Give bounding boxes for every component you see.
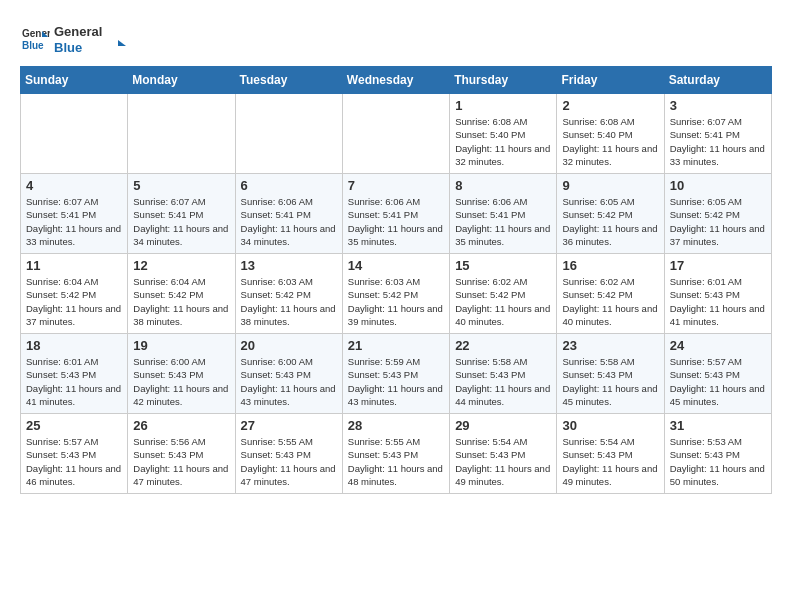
day-number: 8 bbox=[455, 178, 551, 193]
day-header-saturday: Saturday bbox=[664, 67, 771, 94]
calendar-cell: 15Sunrise: 6:02 AM Sunset: 5:42 PM Dayli… bbox=[450, 254, 557, 334]
day-info: Sunrise: 6:07 AM Sunset: 5:41 PM Dayligh… bbox=[670, 115, 766, 168]
day-info: Sunrise: 6:01 AM Sunset: 5:43 PM Dayligh… bbox=[26, 355, 122, 408]
day-info: Sunrise: 6:05 AM Sunset: 5:42 PM Dayligh… bbox=[670, 195, 766, 248]
day-info: Sunrise: 6:06 AM Sunset: 5:41 PM Dayligh… bbox=[455, 195, 551, 248]
calendar-cell: 10Sunrise: 6:05 AM Sunset: 5:42 PM Dayli… bbox=[664, 174, 771, 254]
calendar-cell: 1Sunrise: 6:08 AM Sunset: 5:40 PM Daylig… bbox=[450, 94, 557, 174]
calendar-cell: 7Sunrise: 6:06 AM Sunset: 5:41 PM Daylig… bbox=[342, 174, 449, 254]
day-info: Sunrise: 6:03 AM Sunset: 5:42 PM Dayligh… bbox=[348, 275, 444, 328]
day-info: Sunrise: 5:57 AM Sunset: 5:43 PM Dayligh… bbox=[670, 355, 766, 408]
calendar-cell: 2Sunrise: 6:08 AM Sunset: 5:40 PM Daylig… bbox=[557, 94, 664, 174]
calendar-cell: 25Sunrise: 5:57 AM Sunset: 5:43 PM Dayli… bbox=[21, 414, 128, 494]
calendar-cell bbox=[235, 94, 342, 174]
day-header-thursday: Thursday bbox=[450, 67, 557, 94]
day-number: 19 bbox=[133, 338, 229, 353]
day-number: 13 bbox=[241, 258, 337, 273]
calendar-cell bbox=[128, 94, 235, 174]
calendar-cell: 13Sunrise: 6:03 AM Sunset: 5:42 PM Dayli… bbox=[235, 254, 342, 334]
calendar-week-row: 11Sunrise: 6:04 AM Sunset: 5:42 PM Dayli… bbox=[21, 254, 772, 334]
calendar-cell: 20Sunrise: 6:00 AM Sunset: 5:43 PM Dayli… bbox=[235, 334, 342, 414]
day-info: Sunrise: 6:06 AM Sunset: 5:41 PM Dayligh… bbox=[348, 195, 444, 248]
calendar-cell: 23Sunrise: 5:58 AM Sunset: 5:43 PM Dayli… bbox=[557, 334, 664, 414]
day-info: Sunrise: 6:00 AM Sunset: 5:43 PM Dayligh… bbox=[133, 355, 229, 408]
day-info: Sunrise: 5:59 AM Sunset: 5:43 PM Dayligh… bbox=[348, 355, 444, 408]
day-info: Sunrise: 6:08 AM Sunset: 5:40 PM Dayligh… bbox=[455, 115, 551, 168]
svg-text:General: General bbox=[54, 24, 102, 39]
day-number: 18 bbox=[26, 338, 122, 353]
day-number: 25 bbox=[26, 418, 122, 433]
logo-icon: General Blue bbox=[20, 23, 50, 53]
svg-text:Blue: Blue bbox=[22, 40, 44, 51]
day-info: Sunrise: 5:58 AM Sunset: 5:43 PM Dayligh… bbox=[562, 355, 658, 408]
calendar-cell: 9Sunrise: 6:05 AM Sunset: 5:42 PM Daylig… bbox=[557, 174, 664, 254]
day-number: 4 bbox=[26, 178, 122, 193]
day-number: 5 bbox=[133, 178, 229, 193]
day-info: Sunrise: 6:03 AM Sunset: 5:42 PM Dayligh… bbox=[241, 275, 337, 328]
calendar-cell: 26Sunrise: 5:56 AM Sunset: 5:43 PM Dayli… bbox=[128, 414, 235, 494]
day-number: 2 bbox=[562, 98, 658, 113]
day-number: 7 bbox=[348, 178, 444, 193]
day-info: Sunrise: 5:53 AM Sunset: 5:43 PM Dayligh… bbox=[670, 435, 766, 488]
calendar-cell: 29Sunrise: 5:54 AM Sunset: 5:43 PM Dayli… bbox=[450, 414, 557, 494]
calendar-cell: 12Sunrise: 6:04 AM Sunset: 5:42 PM Dayli… bbox=[128, 254, 235, 334]
calendar-cell: 31Sunrise: 5:53 AM Sunset: 5:43 PM Dayli… bbox=[664, 414, 771, 494]
calendar-cell: 30Sunrise: 5:54 AM Sunset: 5:43 PM Dayli… bbox=[557, 414, 664, 494]
svg-text:Blue: Blue bbox=[54, 40, 82, 55]
day-number: 14 bbox=[348, 258, 444, 273]
day-info: Sunrise: 6:02 AM Sunset: 5:42 PM Dayligh… bbox=[455, 275, 551, 328]
calendar-cell: 16Sunrise: 6:02 AM Sunset: 5:42 PM Dayli… bbox=[557, 254, 664, 334]
day-info: Sunrise: 6:00 AM Sunset: 5:43 PM Dayligh… bbox=[241, 355, 337, 408]
day-number: 15 bbox=[455, 258, 551, 273]
day-number: 24 bbox=[670, 338, 766, 353]
calendar-table: SundayMondayTuesdayWednesdayThursdayFrid… bbox=[20, 66, 772, 494]
calendar-header-row: SundayMondayTuesdayWednesdayThursdayFrid… bbox=[21, 67, 772, 94]
calendar-cell: 21Sunrise: 5:59 AM Sunset: 5:43 PM Dayli… bbox=[342, 334, 449, 414]
day-info: Sunrise: 5:54 AM Sunset: 5:43 PM Dayligh… bbox=[455, 435, 551, 488]
day-number: 1 bbox=[455, 98, 551, 113]
calendar-cell: 27Sunrise: 5:55 AM Sunset: 5:43 PM Dayli… bbox=[235, 414, 342, 494]
day-info: Sunrise: 6:05 AM Sunset: 5:42 PM Dayligh… bbox=[562, 195, 658, 248]
day-number: 12 bbox=[133, 258, 229, 273]
day-number: 27 bbox=[241, 418, 337, 433]
day-number: 11 bbox=[26, 258, 122, 273]
day-info: Sunrise: 6:07 AM Sunset: 5:41 PM Dayligh… bbox=[26, 195, 122, 248]
day-info: Sunrise: 6:07 AM Sunset: 5:41 PM Dayligh… bbox=[133, 195, 229, 248]
calendar-cell: 19Sunrise: 6:00 AM Sunset: 5:43 PM Dayli… bbox=[128, 334, 235, 414]
page-header: General Blue General Blue bbox=[20, 20, 772, 56]
day-number: 22 bbox=[455, 338, 551, 353]
logo-text: General Blue bbox=[54, 20, 134, 56]
calendar-week-row: 18Sunrise: 6:01 AM Sunset: 5:43 PM Dayli… bbox=[21, 334, 772, 414]
calendar-cell: 5Sunrise: 6:07 AM Sunset: 5:41 PM Daylig… bbox=[128, 174, 235, 254]
day-number: 9 bbox=[562, 178, 658, 193]
day-header-friday: Friday bbox=[557, 67, 664, 94]
calendar-cell: 14Sunrise: 6:03 AM Sunset: 5:42 PM Dayli… bbox=[342, 254, 449, 334]
day-number: 31 bbox=[670, 418, 766, 433]
day-info: Sunrise: 6:02 AM Sunset: 5:42 PM Dayligh… bbox=[562, 275, 658, 328]
calendar-cell: 8Sunrise: 6:06 AM Sunset: 5:41 PM Daylig… bbox=[450, 174, 557, 254]
day-number: 30 bbox=[562, 418, 658, 433]
day-info: Sunrise: 5:55 AM Sunset: 5:43 PM Dayligh… bbox=[241, 435, 337, 488]
day-info: Sunrise: 6:04 AM Sunset: 5:42 PM Dayligh… bbox=[133, 275, 229, 328]
day-header-wednesday: Wednesday bbox=[342, 67, 449, 94]
day-info: Sunrise: 6:08 AM Sunset: 5:40 PM Dayligh… bbox=[562, 115, 658, 168]
day-info: Sunrise: 5:57 AM Sunset: 5:43 PM Dayligh… bbox=[26, 435, 122, 488]
calendar-cell: 3Sunrise: 6:07 AM Sunset: 5:41 PM Daylig… bbox=[664, 94, 771, 174]
day-header-sunday: Sunday bbox=[21, 67, 128, 94]
logo: General Blue General Blue bbox=[20, 20, 134, 56]
day-number: 29 bbox=[455, 418, 551, 433]
day-info: Sunrise: 6:06 AM Sunset: 5:41 PM Dayligh… bbox=[241, 195, 337, 248]
calendar-cell bbox=[21, 94, 128, 174]
day-info: Sunrise: 5:58 AM Sunset: 5:43 PM Dayligh… bbox=[455, 355, 551, 408]
calendar-cell: 18Sunrise: 6:01 AM Sunset: 5:43 PM Dayli… bbox=[21, 334, 128, 414]
day-number: 6 bbox=[241, 178, 337, 193]
calendar-week-row: 4Sunrise: 6:07 AM Sunset: 5:41 PM Daylig… bbox=[21, 174, 772, 254]
svg-text:General: General bbox=[22, 28, 50, 39]
day-number: 17 bbox=[670, 258, 766, 273]
day-header-monday: Monday bbox=[128, 67, 235, 94]
svg-marker-6 bbox=[118, 40, 126, 46]
day-number: 26 bbox=[133, 418, 229, 433]
day-number: 20 bbox=[241, 338, 337, 353]
calendar-cell: 22Sunrise: 5:58 AM Sunset: 5:43 PM Dayli… bbox=[450, 334, 557, 414]
day-header-tuesday: Tuesday bbox=[235, 67, 342, 94]
